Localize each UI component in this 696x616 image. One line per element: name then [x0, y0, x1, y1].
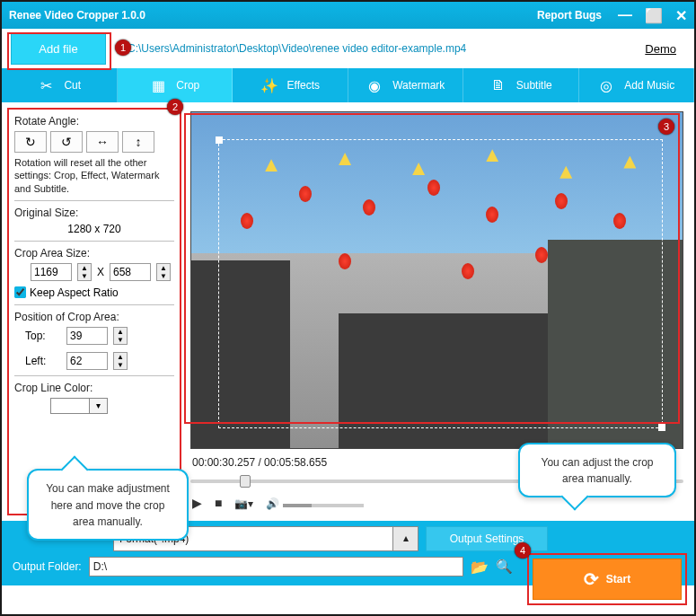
badge-2: 2	[167, 99, 183, 115]
keep-aspect-checkbox[interactable]: Keep Aspect Ratio	[14, 286, 174, 299]
effects-icon: ✨	[260, 76, 278, 94]
flip-h-button[interactable]: ↔	[86, 131, 119, 153]
cycle-icon: ⟳	[584, 568, 599, 590]
color-label: Crop Line Color:	[14, 382, 174, 394]
tab-subtitle[interactable]: 🗎Subtitle	[463, 68, 579, 102]
position-label: Position of Crop Area:	[14, 311, 174, 323]
original-size-value: 1280 x 720	[14, 223, 174, 235]
crop-area-group: Crop Area Size: ▲▼ X ▲▼ Keep Aspect Rati…	[14, 247, 174, 305]
rotate-group: Rotate Angle: ↻ ↺ ↔ ↕ Rotation will rese…	[14, 115, 174, 201]
badge-3: 3	[658, 119, 674, 135]
snapshot-button[interactable]: 📷▾	[234, 496, 253, 510]
add-file-button[interactable]: Add file	[11, 32, 106, 65]
stop-button[interactable]: ■	[215, 496, 222, 510]
color-group: Crop Line Color: ▾	[14, 382, 174, 414]
rotate-ccw-button[interactable]: ↺	[50, 131, 83, 153]
tab-watermark[interactable]: ◉Watermark	[348, 68, 464, 102]
browse-folder-icon[interactable]: 📂	[471, 559, 489, 576]
rotate-label: Rotate Angle:	[14, 115, 174, 128]
tab-add-music[interactable]: ◎Add Music	[579, 68, 695, 102]
demo-link[interactable]: Demo	[645, 42, 676, 56]
rotate-note: Rotation will reset all the other settin…	[14, 156, 174, 195]
original-size-label: Original Size:	[14, 207, 174, 219]
app-title: Renee Video Cropper 1.0.0	[9, 9, 537, 22]
top-spinner[interactable]: ▲▼	[113, 327, 128, 345]
output-folder-input[interactable]	[89, 557, 463, 576]
crop-rectangle[interactable]	[218, 139, 663, 428]
rotate-cw-button[interactable]: ↻	[14, 131, 47, 153]
volume-icon: 🔊	[266, 497, 279, 510]
crop-panel: Rotate Angle: ↻ ↺ ↔ ↕ Rotation will rese…	[7, 108, 181, 515]
volume-control[interactable]: 🔊	[266, 496, 364, 510]
position-group: Position of Crop Area: Top: ▲▼ Left: ▲▼	[14, 311, 174, 376]
crop-color-dropdown[interactable]: ▾	[90, 398, 108, 414]
play-button[interactable]: ▶	[192, 496, 202, 510]
close-button[interactable]: ✕	[675, 7, 687, 24]
keep-aspect-input[interactable]	[14, 286, 26, 298]
height-spinner[interactable]: ▲▼	[156, 263, 171, 281]
tab-crop[interactable]: ▦Crop	[118, 68, 233, 102]
crop-color-swatch[interactable]	[50, 398, 90, 414]
report-bugs-link[interactable]: Report Bugs	[537, 9, 602, 22]
left-spinner[interactable]: ▲▼	[113, 352, 128, 370]
format-arrow[interactable]: ▴	[393, 526, 418, 551]
top-label: Top:	[25, 330, 61, 342]
subtitle-icon: 🗎	[489, 76, 507, 94]
file-path: C:\Users\Administrator\Desktop\Video\ren…	[106, 42, 645, 55]
seek-thumb[interactable]	[240, 475, 251, 488]
maximize-button[interactable]: ⬜	[645, 7, 663, 24]
top-row: Add file C:\Users\Administrator\Desktop\…	[2, 29, 694, 68]
watermark-icon: ◉	[366, 76, 383, 94]
top-input[interactable]	[66, 327, 108, 345]
output-folder-label: Output Folder:	[13, 560, 82, 573]
volume-slider[interactable]	[283, 504, 364, 507]
crop-height-input[interactable]	[110, 263, 151, 281]
cut-icon: ✂	[37, 76, 55, 94]
titlebar: Renee Video Cropper 1.0.0 Report Bugs — …	[2, 2, 694, 29]
left-input[interactable]	[66, 352, 108, 370]
original-size-group: Original Size: 1280 x 720	[14, 207, 174, 242]
crop-width-input[interactable]	[31, 263, 72, 281]
video-preview[interactable]	[190, 111, 683, 449]
badge-4: 4	[515, 542, 531, 559]
crop-area-label: Crop Area Size:	[14, 247, 174, 260]
callout-right: You can adjust the crop area manually.	[518, 443, 676, 497]
start-button[interactable]: ⟳ Start	[533, 559, 682, 600]
flip-v-button[interactable]: ↕	[122, 131, 154, 153]
badge-1: 1	[115, 40, 131, 56]
width-spinner[interactable]: ▲▼	[77, 263, 92, 281]
tab-bar: ✂Cut ▦Crop ✨Effects ◉Watermark 🗎Subtitle…	[2, 68, 694, 102]
tab-effects[interactable]: ✨Effects	[233, 68, 348, 102]
crop-icon: ▦	[149, 76, 167, 94]
left-label: Left:	[25, 355, 61, 367]
callout-left: You can make adjustment here and move th…	[27, 469, 189, 541]
tab-cut[interactable]: ✂Cut	[2, 68, 118, 102]
music-icon: ◎	[597, 76, 615, 94]
search-folder-icon[interactable]: 🔍	[496, 559, 513, 575]
minimize-button[interactable]: —	[618, 7, 632, 23]
